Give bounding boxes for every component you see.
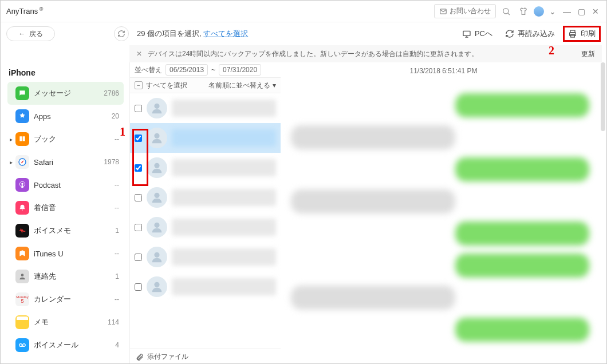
print-label: 印刷	[581, 29, 596, 39]
pod-icon	[15, 178, 29, 192]
print-button[interactable]: 印刷	[563, 26, 601, 42]
sidebar-item-pod[interactable]: Podcast--	[7, 173, 124, 196]
conversation-row[interactable]	[130, 212, 281, 242]
sidebar-item-cal[interactable]: Monday5カレンダー--	[7, 288, 124, 311]
sidebar-item-safari[interactable]: ▸Safari1978	[7, 151, 124, 173]
sidebar-item-vm[interactable]: ボイスメール4	[7, 334, 124, 357]
sidebar-item-contacts[interactable]: 連絡先1	[7, 265, 124, 288]
annotation-label-2: 2	[549, 44, 554, 57]
refresh-icon	[117, 30, 125, 38]
refresh-sidebar-button[interactable]	[114, 26, 129, 41]
conversation-timestamp: 11/3/2018 6:51:41 PM	[281, 62, 606, 80]
conversation-row[interactable]	[130, 153, 281, 183]
itu-icon	[15, 247, 29, 260]
sidebar-item-count: --	[115, 181, 119, 189]
dropdown-icon[interactable]: ⌄	[547, 7, 558, 16]
sidebar-item-count: 4	[115, 341, 119, 349]
sidebar-item-label: メモ	[34, 317, 108, 327]
svg-point-13	[154, 104, 159, 109]
conversation-checkbox[interactable]	[135, 134, 142, 142]
sidebar-item-count: 1978	[104, 158, 119, 166]
vm-icon	[15, 338, 29, 352]
conversation-preview	[172, 189, 276, 206]
conversation-row[interactable]	[130, 272, 281, 302]
sidebar-item-memo[interactable]: メモ114	[7, 311, 124, 334]
svg-point-15	[154, 163, 159, 168]
to-pc-icon	[462, 29, 471, 38]
sidebar-item-label: 連絡先	[34, 271, 115, 282]
sidebar-item-count: --	[115, 250, 119, 258]
conversation-preview	[172, 219, 276, 236]
date-from[interactable]: 06/25/2013	[165, 64, 208, 76]
conversation-preview	[172, 100, 276, 117]
sidebar-item-voice[interactable]: ボイスメモ1	[7, 219, 124, 242]
conversation-row[interactable]	[130, 242, 281, 272]
tshirt-icon[interactable]	[517, 5, 530, 18]
contacts-icon	[15, 270, 29, 283]
attachments-bar[interactable]: 添付ファイル	[130, 349, 281, 364]
svg-point-16	[154, 193, 159, 198]
sort-dropdown[interactable]: 名前順に並べ替える ▾	[208, 81, 276, 90]
voice-icon	[15, 224, 29, 238]
tilde: ~	[211, 66, 215, 74]
avatar[interactable]	[534, 6, 544, 17]
conversation-checkbox[interactable]	[135, 105, 142, 112]
message-pane: 11/3/2018 6:51:41 PM	[281, 62, 606, 364]
sidebar-item-ring[interactable]: 着信音--	[7, 196, 124, 219]
caret-icon: ▸	[10, 159, 15, 165]
sidebar-item-label: カレンダー	[34, 294, 115, 304]
conversation-row[interactable]	[130, 93, 281, 123]
svg-point-1	[503, 8, 509, 13]
select-all-link[interactable]: すべてを選択	[203, 29, 248, 38]
svg-point-19	[154, 282, 159, 287]
reload-icon	[505, 29, 514, 38]
sidebar-item-count: 114	[108, 318, 119, 326]
date-to[interactable]: 07/31/2020	[219, 64, 261, 76]
toolbar: ← 戻る 29 個の項目を選択, すべてを選択 PCへ 再読み込み 印刷	[1, 22, 606, 45]
close-icon[interactable]: ✕	[134, 50, 144, 58]
conversation-checkbox[interactable]	[135, 254, 142, 261]
select-all-checkbox[interactable]: −	[135, 81, 143, 89]
notice-update-link[interactable]: 更新	[581, 49, 595, 59]
conversation-preview	[172, 159, 276, 176]
window-minimize-icon[interactable]: ―	[561, 7, 573, 16]
window-close-icon[interactable]: ✕	[590, 7, 601, 16]
received-message-bubble	[291, 286, 455, 310]
selection-status: 29 個の項目を選択, すべてを選択	[137, 29, 248, 39]
main: iPhone メッセージ2786Apps20▸ブック--▸Safari1978P…	[1, 62, 606, 364]
conversation-checkbox[interactable]	[135, 224, 142, 231]
contact-button[interactable]: お問い合わせ	[434, 4, 496, 18]
search-icon[interactable]	[499, 5, 513, 18]
svg-point-17	[154, 223, 159, 228]
sent-message-bubble	[455, 93, 589, 117]
back-label: 戻る	[29, 29, 43, 39]
conversation-row[interactable]	[130, 183, 281, 212]
select-all-label: すべてを選択	[146, 81, 187, 90]
received-message-bubble	[291, 189, 455, 213]
sidebar-item-label: ボイスメモ	[34, 225, 115, 236]
back-button[interactable]: ← 戻る	[6, 26, 55, 41]
sidebar-item-msg[interactable]: メッセージ2786	[7, 82, 124, 105]
window-maximize-icon[interactable]: ▢	[576, 7, 587, 16]
reload-label: 再読み込み	[518, 29, 555, 39]
device-title: iPhone	[9, 68, 124, 77]
avatar-icon	[147, 276, 167, 297]
sidebar-item-label: ボイスメール	[34, 340, 115, 350]
sidebar-item-count: --	[115, 204, 119, 212]
export-to-pc-button[interactable]: PCへ	[458, 26, 497, 41]
reload-button[interactable]: 再読み込み	[500, 26, 559, 41]
conversation-row[interactable]	[130, 123, 281, 153]
backup-notice: ✕ デバイスは24時間以内にバックアップを作成しました。新しいデータがある場合は…	[129, 45, 602, 62]
sidebar-item-book[interactable]: ▸ブック--	[7, 128, 124, 151]
svg-point-14	[154, 133, 159, 139]
conversation-checkbox[interactable]	[135, 164, 142, 172]
sidebar-item-apps[interactable]: Apps20	[7, 105, 124, 128]
sort-label: 並べ替え	[135, 65, 162, 75]
sidebar-item-itu[interactable]: iTunes U--	[7, 242, 124, 265]
scrollbar[interactable]	[601, 62, 605, 131]
conversation-checkbox[interactable]	[135, 194, 142, 201]
sidebar-item-count: 20	[112, 112, 119, 120]
chevron-down-icon: ▾	[273, 81, 276, 89]
book-icon	[15, 132, 29, 146]
conversation-checkbox[interactable]	[135, 283, 142, 291]
